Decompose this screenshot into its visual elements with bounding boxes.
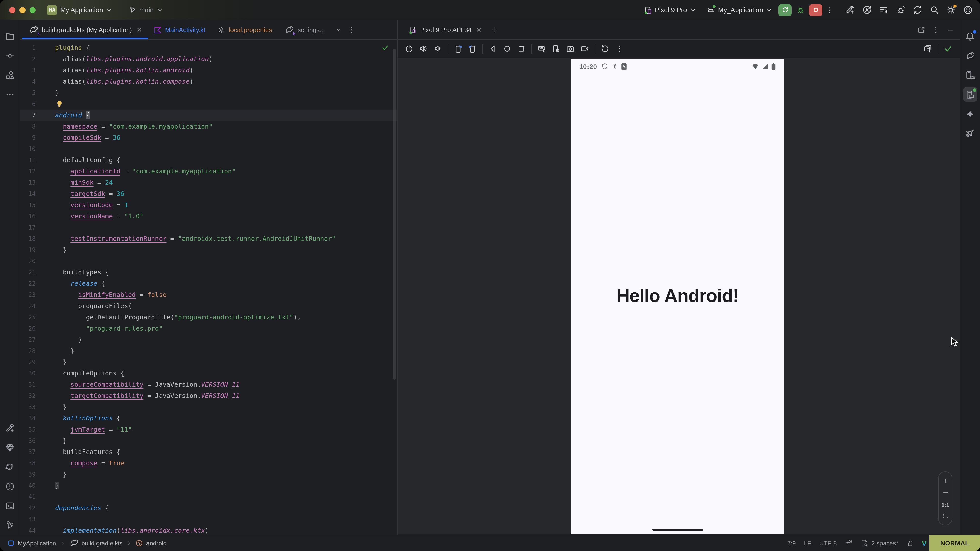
file-encoding[interactable]: UTF-8 xyxy=(819,540,837,547)
profiler-icon[interactable] xyxy=(877,4,890,16)
branch-widget[interactable]: main xyxy=(124,4,167,16)
more-tools-icon[interactable] xyxy=(3,87,17,102)
code-line-24[interactable]: 24 proguardFiles( xyxy=(21,300,397,312)
code-line-38[interactable]: 38 compose = true xyxy=(21,457,397,469)
code-line-44[interactable]: 44 implementation(libs.androidx.core.ktx… xyxy=(21,525,397,534)
code-line-15[interactable]: 15 versionCode = 1 xyxy=(21,200,397,211)
code-line-11[interactable]: 11 defaultConfig { xyxy=(21,155,397,166)
editor-scrollbar[interactable] xyxy=(393,49,396,380)
nav-recents-icon[interactable] xyxy=(517,44,526,53)
problems-icon[interactable] xyxy=(3,479,17,493)
device-selector[interactable]: Pixel 9 Pro xyxy=(640,4,700,16)
code-line-17[interactable]: 17 xyxy=(21,222,397,233)
code-line-22[interactable]: 22 release { xyxy=(21,278,397,289)
ai-assistant-disabled-icon[interactable] xyxy=(845,539,853,547)
zoom-fit-icon[interactable] xyxy=(942,513,948,519)
code-line-7[interactable]: 7android { xyxy=(21,110,397,121)
code-line-34[interactable]: 34 kotlinOptions { xyxy=(21,413,397,424)
screenshot-camera-icon[interactable] xyxy=(566,44,575,53)
check-green-icon[interactable] xyxy=(944,44,953,53)
zoom-1-1-button[interactable]: 1:1 xyxy=(942,502,949,508)
code-editor[interactable]: 1plugins {2 alias(libs.plugins.android.a… xyxy=(21,40,397,534)
device-manager-icon[interactable] xyxy=(963,68,977,82)
code-line-33[interactable]: 33 } xyxy=(21,402,397,413)
zoom-window-button[interactable] xyxy=(30,7,36,13)
code-line-13[interactable]: 13 minSdk = 24 xyxy=(21,177,397,188)
open-new-window-icon[interactable] xyxy=(917,26,925,34)
code-line-28[interactable]: 28 } xyxy=(21,345,397,357)
search-icon[interactable] xyxy=(928,4,940,16)
code-line-18[interactable]: 18 testInstrumentationRunner = "androidx… xyxy=(21,233,397,245)
code-line-36[interactable]: 36 } xyxy=(21,435,397,446)
code-line-25[interactable]: 25 getDefaultProguardFile("proguard-andr… xyxy=(21,312,397,323)
gemini-spark-icon[interactable] xyxy=(963,106,977,121)
stop-button[interactable] xyxy=(809,4,822,16)
reset-icon[interactable] xyxy=(601,44,609,53)
unlocked-icon[interactable] xyxy=(907,540,914,547)
code-line-8[interactable]: 8 namespace = "com.example.myapplication… xyxy=(21,121,397,132)
update-arrows-icon[interactable] xyxy=(911,4,923,16)
run-configuration-selector[interactable]: My_Application xyxy=(702,3,776,16)
close-window-button[interactable] xyxy=(9,7,15,13)
code-line-27[interactable]: 27 ) xyxy=(21,334,397,345)
zoom-in-icon[interactable] xyxy=(942,477,948,484)
version-control-icon[interactable] xyxy=(3,518,17,532)
rotate-right-icon[interactable] xyxy=(468,44,477,53)
code-line-40[interactable]: 40} xyxy=(21,480,397,491)
screen-record-icon[interactable] xyxy=(580,44,589,53)
nav-back-icon[interactable] xyxy=(488,44,497,53)
code-line-4[interactable]: 4 alias(libs.plugins.kotlin.compose) xyxy=(21,76,397,87)
app-insights-gem-icon[interactable] xyxy=(3,440,17,454)
code-line-32[interactable]: 32 targetCompatibility = JavaVersion.VER… xyxy=(21,390,397,402)
code-line-29[interactable]: 29 } xyxy=(21,357,397,368)
nav-home-icon[interactable] xyxy=(503,44,511,53)
code-line-41[interactable]: 41 xyxy=(21,491,397,503)
vim-mode-badge[interactable]: NORMAL xyxy=(930,535,980,551)
project-folder-icon[interactable] xyxy=(3,29,17,43)
kebab-icon[interactable] xyxy=(932,25,940,34)
zoom-out-icon[interactable] xyxy=(942,489,948,496)
snapshot-compare-icon[interactable] xyxy=(923,44,932,53)
device-settings-icon[interactable] xyxy=(552,44,560,53)
chevron-down-icon[interactable] xyxy=(335,27,342,33)
commit-icon[interactable] xyxy=(3,48,17,63)
intention-bulb-icon[interactable] xyxy=(56,100,63,108)
code-line-20[interactable]: 20 xyxy=(21,256,397,267)
minimize-window-button[interactable] xyxy=(19,7,25,13)
code-line-30[interactable]: 30 compileOptions { xyxy=(21,368,397,379)
code-line-5[interactable]: 5} xyxy=(21,87,397,98)
travel-plane-icon[interactable] xyxy=(963,126,977,140)
rotate-left-icon[interactable] xyxy=(454,44,463,53)
gesture-navigation-bar[interactable] xyxy=(652,529,703,530)
hide-minus-icon[interactable] xyxy=(946,26,955,34)
code-line-35[interactable]: 35 jvmTarget = "11" xyxy=(21,424,397,435)
code-line-9[interactable]: 9 compileSdk = 36 xyxy=(21,132,397,143)
kebab-icon[interactable] xyxy=(615,44,624,53)
running-devices-icon[interactable] xyxy=(963,87,977,102)
code-line-26[interactable]: 26 "proguard-rules.pro" xyxy=(21,323,397,334)
editor-tab-mainactivity.kt[interactable]: MainActivity.kt xyxy=(148,21,212,39)
sync-project-icon[interactable] xyxy=(861,4,873,16)
code-line-3[interactable]: 3 alias(libs.plugins.kotlin.android) xyxy=(21,65,397,76)
keyboard-icon[interactable] xyxy=(538,44,546,53)
code-line-31[interactable]: 31 sourceCompatibility = JavaVersion.VER… xyxy=(21,379,397,390)
notifications-bell-icon[interactable] xyxy=(963,29,977,43)
code-line-12[interactable]: 12 applicationId = "com.example.myapplic… xyxy=(21,166,397,177)
debug-button[interactable] xyxy=(794,4,807,16)
kebab-icon[interactable] xyxy=(347,25,355,34)
editor-tab-build.gradle.kts-my-application-[interactable]: kbuild.gradle.kts (My Application)✕ xyxy=(22,21,148,39)
code-line-37[interactable]: 37 buildFeatures { xyxy=(21,446,397,457)
attach-debugger-icon[interactable] xyxy=(894,4,907,16)
caret-position[interactable]: 7:9 xyxy=(788,540,796,547)
power-icon[interactable] xyxy=(405,44,414,53)
code-line-10[interactable]: 10 xyxy=(21,143,397,155)
editor-tab-local.properties[interactable]: local.properties xyxy=(212,21,278,39)
breadcrumb-item-android[interactable]: android xyxy=(135,539,167,547)
code-line-6[interactable]: 6 xyxy=(21,98,397,110)
more-run-actions-icon[interactable] xyxy=(824,4,835,16)
close-device-tab-icon[interactable]: ✕ xyxy=(476,26,482,34)
profile-avatar-icon[interactable] xyxy=(962,4,974,16)
code-line-21[interactable]: 21 buildTypes { xyxy=(21,267,397,278)
terminal-icon[interactable] xyxy=(3,499,17,513)
code-line-1[interactable]: 1plugins { xyxy=(21,42,397,54)
